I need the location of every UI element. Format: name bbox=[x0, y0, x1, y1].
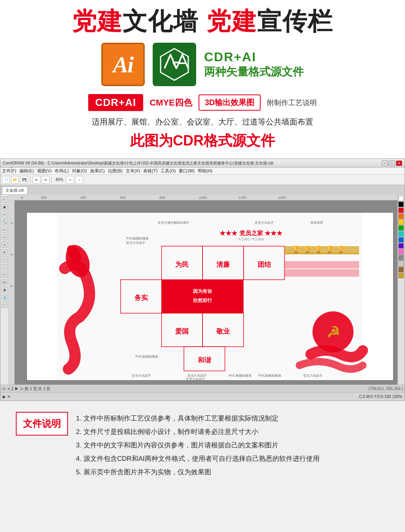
minimize-button[interactable]: ─ bbox=[382, 160, 388, 166]
swatch-pink[interactable] bbox=[398, 249, 404, 255]
swatch-yellow[interactable] bbox=[398, 219, 404, 225]
menu-tools[interactable]: 工具(O) bbox=[161, 168, 176, 174]
tool-shape[interactable]: ⬟ bbox=[2, 204, 8, 210]
cdr-source-title: 此图为CDR格式源文件 bbox=[16, 131, 389, 151]
canvas-row: 0 2 4 6 8 bbox=[9, 200, 397, 385]
swatch-blue[interactable] bbox=[398, 237, 404, 243]
menu-object[interactable]: 对象(O) bbox=[72, 168, 87, 174]
ruler-vertical: 0 2 4 6 8 bbox=[9, 200, 15, 385]
tool-spiral[interactable]: @ bbox=[2, 279, 8, 285]
label-crystal2: 亚克力水晶字 bbox=[126, 241, 145, 245]
swatch-black[interactable] bbox=[398, 202, 404, 207]
file-desc-item-1: 1. 文件中所标制作工艺仅供参考，具体制作工艺要根据实际情况制定 bbox=[76, 412, 389, 425]
file-desc-badge: 文件说明 bbox=[16, 412, 68, 436]
swatch-green[interactable] bbox=[398, 225, 404, 231]
right-palette-panel bbox=[397, 195, 405, 385]
main-title: 党建文化墙 党建宣传栏 bbox=[16, 8, 389, 35]
svg-text:PVC板雕刻哑漆: PVC板雕刻哑漆 bbox=[229, 374, 251, 377]
cdr-body: ↖ ⬟ ✂ 🔍 ✏ 🖊 A ⊞ □ ○ ⬡ @ ▣ 💧 ☞ 0 20 bbox=[0, 195, 405, 385]
svg-text:🏆: 🏆 bbox=[337, 245, 345, 254]
svg-rect-13 bbox=[162, 280, 244, 313]
swatch-brown[interactable] bbox=[398, 267, 404, 272]
tool-pen[interactable]: 🖊 bbox=[2, 234, 8, 240]
swatch-white[interactable] bbox=[398, 196, 404, 201]
toolbar-zoom-out[interactable]: − bbox=[75, 176, 83, 184]
svg-text:🏆: 🏆 bbox=[292, 245, 301, 254]
canvas-with-ruler: 0 200 400 600 800 1000 1200 1400 0 2 4 6 bbox=[9, 195, 397, 385]
tool-crop[interactable]: ✂ bbox=[2, 211, 8, 218]
label-crystal1: 亚克力水晶字 bbox=[255, 221, 274, 224]
tool-interact[interactable]: ☞ bbox=[2, 302, 8, 308]
svg-text:团结: 团结 bbox=[257, 261, 271, 268]
menu-text[interactable]: 文本(X) bbox=[126, 168, 140, 174]
canvas-inner: 亚克力激光雕刻铝相片 亚克力水晶字 PVC板雕刻哑漆 亚克力水晶字 奖杯奖壁 为… bbox=[26, 212, 394, 381]
menu-table[interactable]: 表格(T) bbox=[143, 168, 157, 174]
svg-text:亚克力水晶字: 亚克力水晶字 bbox=[132, 374, 151, 377]
menu-view[interactable]: 视图(V) bbox=[37, 168, 52, 174]
menu-edit[interactable]: 编辑(E) bbox=[19, 168, 34, 174]
title-end: 宣传栏 bbox=[257, 8, 333, 35]
menu-layout[interactable]: 布局(L) bbox=[55, 168, 68, 174]
svg-text:★★★ 党员之家 ★★★: ★★★ 党员之家 ★★★ bbox=[220, 230, 282, 236]
close-button[interactable]: ✕ bbox=[396, 160, 402, 166]
statusbar: ▶ ✕ C:0 M:0 Y:0 K:100 100% bbox=[0, 392, 405, 400]
doc-tab-bar: 文化墙.cdr bbox=[0, 185, 405, 195]
cdr-screenshot: CorelDRAW X8 (64-Bit) - C:\Users\Adminis… bbox=[0, 158, 405, 401]
top-section: 党建文化墙 党建宣传栏 Ai CDR+AI 两种矢量格式源文件 CDR+AI bbox=[0, 0, 405, 158]
cdr-window: CorelDRAW X8 (64-Bit) - C:\Users\Adminis… bbox=[0, 159, 405, 400]
tool-text[interactable]: A bbox=[2, 241, 8, 248]
toolbar-new[interactable]: 📄 bbox=[2, 176, 10, 184]
menu-bitmap[interactable]: 位图(B) bbox=[108, 168, 123, 174]
menu-file[interactable]: 文件(F) bbox=[2, 168, 16, 174]
tool-eyedrop[interactable]: 💧 bbox=[2, 294, 8, 300]
tool-zoom[interactable]: 🔍 bbox=[2, 219, 8, 225]
bottom-section: 文件说明 1. 文件中所标制作工艺仅供参考，具体制作工艺要根据实际情况制定 2.… bbox=[0, 401, 405, 490]
canvas-area[interactable]: 亚克力激光雕刻铝相片 亚克力水晶字 PVC板雕刻哑漆 亚克力水晶字 奖杯奖壁 为… bbox=[15, 200, 397, 385]
swatch-orange[interactable] bbox=[398, 213, 404, 219]
badge-3d: 3D输出效果图 bbox=[199, 94, 261, 111]
toolbar-save[interactable]: 💾 bbox=[20, 176, 28, 184]
swatch-red[interactable] bbox=[398, 208, 404, 213]
tool-rect[interactable]: □ bbox=[2, 257, 8, 263]
tool-select[interactable]: ↖ bbox=[2, 196, 8, 203]
menu-effects[interactable]: 效果(C) bbox=[90, 168, 105, 174]
toolbar-undo[interactable]: ↩ bbox=[32, 176, 40, 184]
menu-window[interactable]: 窗口(W) bbox=[179, 168, 195, 174]
swatch-lightgray[interactable] bbox=[398, 261, 404, 266]
label-laser: 亚克力激光雕刻铝相片 bbox=[158, 221, 189, 224]
status-info: (798,811, 555,356 ) bbox=[369, 387, 403, 391]
badge-cmye: CMYE四色 bbox=[150, 97, 192, 109]
tool-freehand[interactable]: ✏ bbox=[2, 226, 8, 233]
file-desc-list: 1. 文件中所标制作工艺仅供参考，具体制作工艺要根据实际情况制定 2. 文件尺寸… bbox=[76, 412, 389, 479]
tool-ellipse[interactable]: ○ bbox=[2, 264, 8, 270]
toolbar-sep1 bbox=[30, 176, 30, 183]
cdr-titlebar: CorelDRAW X8 (64-Bit) - C:\Users\Adminis… bbox=[0, 159, 405, 168]
toolbar-redo[interactable]: ↪ bbox=[42, 176, 49, 184]
toolbar-open[interactable]: 📂 bbox=[11, 176, 19, 184]
menu-help[interactable]: 帮助(H) bbox=[198, 168, 212, 174]
page-controls: ≪ ≺ 1 ▶ ≫ 第 1 页 共 1 页 (798,811, 555,356 … bbox=[0, 385, 405, 392]
file-desc-item-5: 5. 展示页中所含图片并不为实物，仅为效果图 bbox=[76, 466, 389, 479]
swatch-gray[interactable] bbox=[398, 255, 404, 260]
swatch-purple[interactable] bbox=[398, 243, 404, 249]
swatch-gold[interactable] bbox=[398, 273, 404, 278]
svg-text:敬业: 敬业 bbox=[216, 328, 230, 335]
svg-text:亚克力水晶字: 亚克力水晶字 bbox=[303, 374, 322, 377]
tool-polygon[interactable]: ⬡ bbox=[2, 272, 8, 278]
tool-fill[interactable]: ▣ bbox=[2, 287, 8, 293]
svg-rect-37 bbox=[284, 253, 359, 255]
format-text: CDR+AI 两种矢量格式源文件 bbox=[204, 50, 304, 79]
svg-text:欣然前行: 欣然前行 bbox=[193, 298, 212, 303]
label-pvc1: PVC板雕刻哑漆 bbox=[126, 236, 149, 240]
maximize-button[interactable]: □ bbox=[389, 160, 395, 166]
doc-tab[interactable]: 文化墙.cdr bbox=[2, 187, 28, 194]
cdr-logo-svg bbox=[157, 47, 192, 82]
tool-table[interactable]: ⊞ bbox=[2, 249, 8, 255]
title-part1: 党建 bbox=[72, 8, 123, 35]
svg-text:奖杯奖壁: 奖杯奖壁 bbox=[310, 221, 323, 224]
color-status: C:0 M:0 Y:0 K:100 100% bbox=[359, 394, 402, 399]
toolbar-zoom-in[interactable]: + bbox=[66, 176, 74, 184]
file-desc-item-3: 3. 文件中的文字和图片内容仅供参考，图片请根据自己的文案和图片 bbox=[76, 439, 389, 452]
svg-text:务实: 务实 bbox=[134, 294, 148, 302]
swatch-cyan[interactable] bbox=[398, 231, 404, 237]
